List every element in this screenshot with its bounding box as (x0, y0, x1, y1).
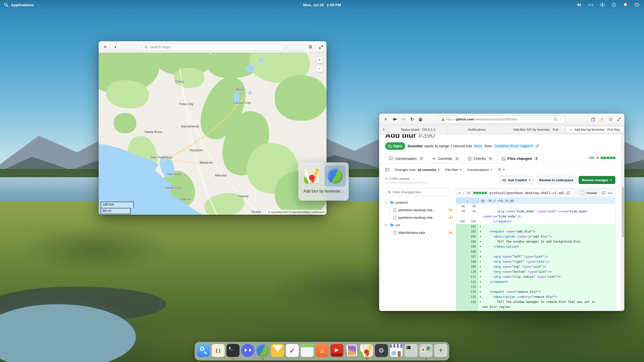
bookmark-star-icon[interactable]: ☆ (559, 117, 562, 121)
diff-line[interactable]: 106+ (456, 249, 615, 254)
bookmarks-icon[interactable]: ★ (600, 116, 604, 122)
pr-tab-conversation[interactable]: Conversation0 (385, 154, 428, 163)
browser-tab[interactable]: Status board · OS 8.1.0 (389, 125, 448, 134)
tree-file[interactable]: pantheon-desktop-she... (390, 206, 453, 214)
diff-line[interactable]: 113+ (456, 284, 615, 289)
review-in-codespace-button[interactable]: Review in codespace (536, 176, 577, 184)
dock-item-calendar[interactable] (301, 344, 314, 357)
sidebar-toggle-icon[interactable] (385, 168, 389, 172)
chevron-down-icon[interactable]: ▾ (385, 223, 388, 227)
reload-icon[interactable]: ↻ (410, 117, 414, 122)
home-icon[interactable] (418, 117, 423, 121)
dock-item-web-browser[interactable] (256, 344, 269, 357)
map-canvas[interactable]: ChicoRenoYuba CityCarson CitySacramentoS… (99, 53, 327, 215)
base-branch[interactable]: main (473, 144, 484, 148)
diff-line[interactable]: 9999 <arg name="hide_mode" type="uint" e… (456, 209, 615, 219)
dock-item-terminal[interactable]: $_ (226, 344, 239, 357)
dock-item-system-settings[interactable]: ⚙ (375, 344, 388, 357)
browser-tab[interactable]: Notifications (448, 125, 506, 134)
dock-item-appcenter[interactable] (390, 344, 403, 357)
applications-menu[interactable]: Applications (0, 2, 80, 7)
dock-item-tasks[interactable]: ✓ (286, 344, 299, 357)
browser-tab[interactable]: Add Blur API by lenemter · Pull (506, 125, 565, 134)
filter-changed-files-input[interactable]: Filter changed files (385, 188, 449, 196)
resize-window-icon[interactable] (617, 117, 621, 121)
network-icon[interactable] (588, 2, 593, 7)
diff-line[interactable]: 115+ <description summary="remove blur"> (456, 294, 615, 299)
expand-diff-icon[interactable]: ↕ (463, 191, 464, 195)
gear-icon[interactable]: ⚙ (308, 44, 312, 50)
file-path[interactable]: protocol/pantheon-desktop-shell-v1.xml (490, 191, 564, 195)
tree-file[interactable]: MainWindow.vala (390, 229, 453, 236)
changes-from-dropdown[interactable]: Changes from all commits (395, 168, 440, 172)
reader-mode-icon[interactable] (554, 118, 557, 121)
fullscreen-icon[interactable] (319, 45, 323, 49)
head-branch[interactable]: lenemter/blur-support (493, 144, 535, 148)
diff-line[interactable]: 104+ Tell the window manager to add back… (456, 239, 615, 244)
pr-tab-files-changed[interactable]: Files changed3 (497, 154, 543, 163)
tree-file[interactable]: pantheon-desktop-she... (390, 214, 453, 221)
expand-hunk-button[interactable]: ↑ (456, 198, 478, 204)
browser-tab[interactable]: ×Add blur by lenemter · Pull Req (566, 126, 624, 133)
volume-icon[interactable] (577, 2, 582, 7)
close-icon[interactable]: × (102, 44, 108, 50)
dock-item-new-workspace[interactable]: + (434, 344, 447, 357)
copy-path-icon[interactable] (567, 191, 570, 195)
close-icon[interactable]: × (383, 116, 389, 122)
file-options-kebab[interactable]: ••• (608, 191, 613, 195)
diff-line[interactable]: 109+ <arg name="top" type="uint"/> (456, 264, 615, 269)
diff-line[interactable]: 107+ <arg name="left" type="uint"/> (456, 254, 615, 259)
url-bar[interactable]: https://github.com/elementary/dock/pull/… (439, 116, 565, 123)
file-filter-dropdown[interactable]: File filter (445, 168, 462, 172)
dock-item-maps[interactable] (360, 344, 373, 357)
dock-item-videos[interactable]: ▶ (330, 344, 343, 357)
diff-line[interactable]: 114+ <request name="remove_blur"> (456, 289, 615, 294)
switcher-item-maps[interactable] (301, 165, 323, 187)
pr-author[interactable]: lenemter (408, 144, 423, 148)
session-icon[interactable] (634, 2, 639, 7)
gear-icon[interactable]: ⚙ (609, 117, 613, 122)
dock-item-workspace-1[interactable]: $ (405, 344, 418, 357)
dock-item-discord[interactable] (241, 344, 254, 357)
diff-line[interactable]: 101+ (456, 224, 615, 229)
viewed-checkbox[interactable] (581, 191, 584, 195)
back-icon[interactable] (393, 117, 397, 121)
notifications-bell-icon[interactable] (623, 2, 628, 7)
maps-search-input[interactable]: Search Maps (142, 43, 284, 51)
pr-tab-checks[interactable]: Checks4 (464, 154, 497, 163)
review-changes-button[interactable]: Review changes (579, 176, 615, 184)
tree-folder-protocol[interactable]: ▾protocol (385, 199, 453, 206)
scrollbar-thumb[interactable] (622, 187, 624, 237)
diff-line[interactable]: 100100 </request> (456, 219, 615, 224)
diff-line[interactable]: 110+ <arg name="bottom" type="uint"/> (456, 269, 615, 274)
dock-item-music[interactable]: ♫ (315, 344, 329, 357)
dock-item-code[interactable]: { } (212, 344, 225, 357)
switcher-item-web-selected[interactable] (325, 165, 346, 187)
diff-line[interactable]: 117+ </description> (456, 309, 615, 311)
browser-toolbar[interactable]: × ↻ https://github.com/elementary/dock/p… (379, 114, 624, 125)
zoom-out-button[interactable]: − (316, 65, 323, 72)
copy-icon[interactable] (536, 144, 539, 148)
ask-copilot-button[interactable]: Ask Copilot (499, 176, 534, 184)
dock-item-workspace-2[interactable] (419, 344, 432, 357)
dock-item-files[interactable] (197, 344, 210, 357)
chevron-down-icon[interactable]: ▾ (385, 201, 388, 204)
diff-line[interactable]: 108+ <arg name="right" type="uint"/> (456, 259, 615, 264)
pr-tab-commits[interactable]: Commits1 (428, 154, 464, 163)
map-attribution[interactable]: © OpenMapTiles © OpenStreetMap contribut… (266, 210, 327, 215)
browser-scrollbar[interactable] (621, 134, 624, 311)
maps-headerbar[interactable]: × Search Maps ⚙ (99, 41, 327, 53)
dock-item-photos[interactable] (345, 344, 358, 357)
comment-icon[interactable] (602, 191, 606, 195)
zoom-in-button[interactable]: + (316, 56, 323, 63)
diff-line[interactable]: 116+ Tell the window manager to remove b… (456, 299, 615, 309)
tree-folder-src[interactable]: ▾src (385, 221, 453, 229)
clock[interactable]: Mon, Jul 28 1:05 PM (303, 3, 341, 7)
viewed-checkbox-button[interactable]: Viewed (578, 190, 599, 196)
diff-line[interactable]: 105+ </description> (456, 244, 615, 249)
forward-icon[interactable] (401, 117, 406, 121)
diff-line[interactable]: 102+ <request name="add_blur"> (456, 229, 615, 234)
diff-settings-gear[interactable]: ⚙ (498, 167, 505, 172)
bluetooth-icon[interactable] (600, 2, 605, 7)
diff-line[interactable]: 112+ </request> (456, 279, 615, 284)
